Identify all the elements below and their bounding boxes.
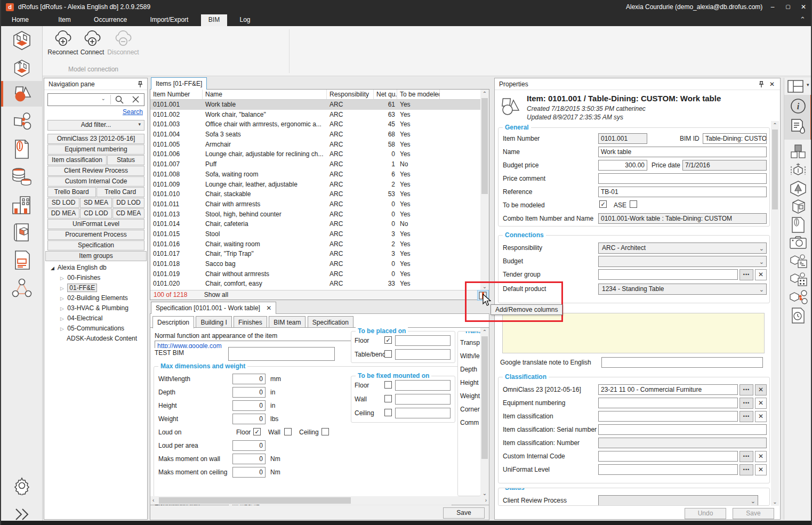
custom-code-clear-button[interactable]: ✕ [755, 451, 767, 462]
sidebar-item-model-export[interactable] [1, 56, 42, 82]
client-review-dropdown[interactable]: ⌄ [598, 495, 758, 506]
spec-doc-tab[interactable] [790, 118, 807, 135]
tab-home[interactable]: Home [4, 14, 36, 26]
history-tool[interactable] [791, 307, 806, 324]
equipment-numbering-field[interactable] [598, 398, 738, 408]
search-input[interactable]: ⌄ [47, 93, 144, 106]
table-row[interactable]: 0101.020 Chair, comfort, easy ARC 33 Yes [150, 279, 480, 289]
add-filter-dropdown[interactable]: Add filter... ▾ [47, 120, 144, 131]
uniformat-browse-button[interactable]: ••• [739, 464, 753, 475]
price-comment-field[interactable] [598, 173, 767, 184]
attachments-tool[interactable] [791, 216, 806, 233]
table-row[interactable]: 0101.003 Office chair with armrests, erg… [150, 119, 480, 130]
tree-item-00-finishes[interactable]: ▷ 00-Finishes [60, 274, 100, 281]
spec-save-button[interactable]: Save [443, 507, 485, 519]
scrollbar-thumb[interactable] [481, 98, 488, 194]
products-tool[interactable] [790, 144, 807, 160]
specification-document-tab[interactable]: Specification [0101.001 - Work table] ✕ [151, 302, 276, 314]
connect-button[interactable]: Connect [79, 30, 106, 56]
filter-uniformat-level[interactable]: UniFormat Level [47, 219, 144, 229]
tab-finishes[interactable]: Finishes [234, 316, 267, 327]
items-document-tab[interactable]: Items [01-FF&E] [151, 77, 207, 90]
reference-field[interactable]: TB-01 [598, 187, 767, 197]
table-row[interactable]: 0101.019 Chair without armrests ARC 0 Ye… [150, 269, 480, 279]
scrollbar-thumb[interactable] [772, 130, 778, 209]
scroll-up-icon[interactable]: ⌃ [480, 91, 489, 96]
tab-specification[interactable]: Specification [308, 316, 353, 327]
table-row[interactable]: 0101.015 Stool ARC 3 Yes [150, 229, 480, 239]
scrollbar-thumb[interactable] [159, 497, 351, 504]
mounted-floor-field[interactable] [395, 380, 451, 391]
table-row[interactable]: 0101.009 Lounge chair, leather, adjustab… [150, 180, 480, 190]
spec-vertical-scrollbar[interactable]: ⌃ ⌄ [480, 328, 489, 497]
tab-log[interactable]: Log [232, 14, 258, 26]
cube-grid-tool[interactable] [790, 272, 808, 288]
omniclass-field[interactable]: 23-21 11 00 - Commercial Furniture [598, 384, 738, 395]
table-row[interactable]: 0101.011 Chair with armrests ARC 0 Yes [150, 199, 480, 209]
expander-icon[interactable]: ▷ [60, 286, 66, 291]
custom-code-browse-button[interactable]: ••• [739, 451, 753, 462]
expander-icon[interactable]: ▷ [60, 316, 66, 321]
tab-bim-team[interactable]: BIM team [269, 316, 305, 327]
item-classification-browse-button[interactable]: ••• [739, 411, 753, 422]
expander-icon[interactable]: ▷ [60, 276, 66, 281]
tree-item-01-ffe[interactable]: ▷ 01-FF&E [60, 284, 97, 292]
maks-wall-field[interactable]: 0 [232, 454, 266, 464]
reconnect-button[interactable]: Reconnect [47, 30, 79, 56]
scroll-up-icon[interactable]: ⌃ [480, 329, 489, 335]
table-row[interactable]: 0101.016 Chair, waiting room ARC 2 Yes [150, 239, 480, 249]
expander-icon[interactable]: ▷ [60, 296, 66, 301]
scroll-down-icon[interactable]: ⌄ [480, 490, 489, 496]
pin-icon[interactable] [759, 81, 764, 88]
equipment-browse-button[interactable]: ••• [739, 398, 753, 409]
box-tool[interactable] [790, 198, 807, 214]
tree-item-05-communications[interactable]: ▷ 05-Communications [60, 325, 124, 332]
loud-floor-checkbox[interactable]: ✓ [253, 428, 261, 435]
placed-floor-field[interactable] [395, 335, 451, 346]
caret-down-icon[interactable]: ▾ [807, 82, 809, 87]
budget-price-field[interactable]: 300.00 [598, 160, 647, 171]
expander-icon[interactable]: ▷ [60, 326, 66, 332]
column-header-to-be-modeled[interactable]: To be modeled [397, 90, 440, 99]
table-row[interactable]: 0101.013 Stool, high, behind counter ARC… [150, 209, 480, 220]
search-link[interactable]: Search [123, 108, 143, 116]
table-row[interactable]: 0101.005 Armchair ARC 58 Yes [150, 140, 480, 150]
properties-scrollbar[interactable]: ⌃ ⌄ [771, 121, 779, 506]
scrollbar-thumb[interactable] [481, 336, 488, 459]
sidebar-item-linked-items[interactable] [1, 109, 42, 134]
sidebar-item-items[interactable] [1, 81, 42, 107]
custom-internal-code-field[interactable] [598, 451, 738, 462]
chevron-down-icon[interactable]: ⌄ [101, 95, 106, 101]
tab-import-export[interactable]: Import/Export [142, 14, 196, 26]
minimize-button[interactable]: – [766, 2, 779, 12]
tender-group-field[interactable] [598, 269, 738, 280]
tender-browse-button[interactable]: ••• [739, 269, 753, 280]
tab-item[interactable]: Item [51, 14, 78, 26]
filter-cd-lod[interactable]: CD LOD [80, 208, 112, 219]
placed-table-bench-field[interactable] [395, 349, 451, 360]
bim-id-field[interactable]: Table-Dining: CUSTOM [703, 133, 767, 144]
maximize-button[interactable]: ▢ [781, 2, 795, 12]
sidebar-item-products[interactable] [1, 220, 42, 245]
filter-omniclass[interactable]: OmniClass 23 [2012-05-16] [47, 134, 144, 144]
filter-sd-mea[interactable]: SD MEA [80, 198, 112, 208]
clear-search-icon[interactable] [132, 95, 140, 103]
tree-item-04-electrical[interactable]: ▷ 04-Electrical [60, 314, 102, 322]
to-be-modeled-checkbox[interactable]: ✓ [599, 200, 607, 208]
expander-icon[interactable]: ▷ [60, 306, 66, 311]
table-row[interactable]: 0101.004 Sofa 3 seats ARC 68 Yes [150, 130, 480, 140]
filter-trello-board[interactable]: Trello Board [47, 187, 96, 197]
responsibility-dropdown[interactable]: ARC - Architect⌄ [598, 243, 767, 254]
table-row[interactable]: 0101.006 Lounge chair, adjustable for re… [150, 149, 480, 159]
search-icon[interactable] [115, 95, 124, 104]
cube-tree-tool[interactable] [790, 180, 807, 197]
sidebar-item-finance[interactable] [1, 164, 42, 190]
info-tab[interactable]: i [790, 98, 806, 114]
sidebar-item-attachments[interactable] [1, 136, 42, 162]
mounted-ceiling-checkbox[interactable] [384, 409, 392, 416]
test-bim-field[interactable] [228, 347, 335, 361]
undo-button[interactable]: Undo [685, 508, 726, 519]
pin-icon[interactable] [138, 81, 143, 88]
uniformat-clear-button[interactable]: ✕ [755, 464, 767, 475]
table-row[interactable]: 0101.008 Sofa, waiting room ARC 6 Yes [150, 169, 480, 180]
